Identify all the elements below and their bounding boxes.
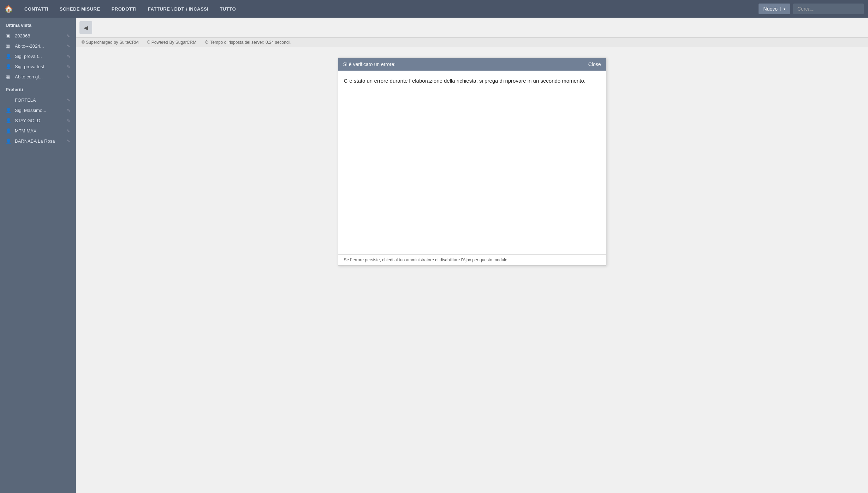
sidebar-item-sig-prova-test[interactable]: 👤 Sig. prova test ✎ xyxy=(0,61,76,72)
content-area: ◀ © Supercharged by SuiteCRM © Powered B… xyxy=(76,18,868,493)
sidebar-item-label: Sig. Massimo... xyxy=(15,108,65,113)
nav-schede-misure[interactable]: SCHEDE MISURE xyxy=(54,0,106,18)
error-dialog-footer-text: Se l´errore persiste, chiedi al tuo ammi… xyxy=(344,257,507,262)
person-icon: 👤 xyxy=(6,128,12,133)
nav-contatti[interactable]: CONTATTI xyxy=(19,0,54,18)
sidebar-item-abito-con-gi[interactable]: ▦ Abito con gi... ✎ xyxy=(0,72,76,82)
edit-icon[interactable]: ✎ xyxy=(67,139,70,144)
home-button[interactable]: 🏠 xyxy=(4,5,13,13)
preferiti-title: Preferiti xyxy=(0,82,76,95)
search-input[interactable] xyxy=(793,4,864,14)
edit-icon[interactable]: ✎ xyxy=(67,108,70,113)
sidebar-item-label: STAY GOLD xyxy=(15,118,65,123)
edit-icon[interactable]: ✎ xyxy=(67,98,70,103)
edit-icon[interactable]: ✎ xyxy=(67,44,70,49)
sidebar-item-fortela[interactable]: FORTELA ✎ xyxy=(0,95,76,105)
footer-powered: © Powered By SugarCRM xyxy=(147,40,197,45)
sidebar: Ultima vista ▣ 202868 ✎ ▦ Abito---2024..… xyxy=(0,18,76,493)
sidebar-item-label: Sig. prova t... xyxy=(15,54,65,59)
nav-fatture[interactable]: FATTURE \ DDT \ INCASSI xyxy=(142,0,214,18)
sidebar-item-stay-gold[interactable]: 👤 STAY GOLD ✎ xyxy=(0,115,76,126)
edit-icon[interactable]: ✎ xyxy=(67,54,70,59)
sidebar-item-abito-2024[interactable]: ▦ Abito---2024... ✎ xyxy=(0,41,76,51)
sidebar-item-label: MTM MAX xyxy=(15,128,65,133)
sidebar-item-label: FORTELA xyxy=(15,97,65,103)
chart-icon: ▦ xyxy=(6,43,12,49)
document-icon: ▣ xyxy=(6,33,12,38)
chevron-left-icon: ◀ xyxy=(84,24,88,31)
sidebar-item-label: 202868 xyxy=(15,33,65,38)
sidebar-toggle-button[interactable]: ◀ xyxy=(79,21,92,34)
main-layout: Ultima vista ▣ 202868 ✎ ▦ Abito---2024..… xyxy=(0,18,868,493)
topnav-right: Nuovo ▾ xyxy=(759,4,864,14)
dropdown-arrow-icon[interactable]: ▾ xyxy=(780,7,785,11)
sidebar-item-label: Abito con gi... xyxy=(15,74,65,79)
top-row: ◀ xyxy=(76,18,868,37)
sidebar-item-sig-massimo[interactable]: 👤 Sig. Massimo... ✎ xyxy=(0,105,76,115)
error-dialog-body: C´è stato un errore durante l´elaborazio… xyxy=(338,71,606,254)
chart-icon: ▦ xyxy=(6,74,12,79)
error-dialog-message: C´è stato un errore durante l´elaborazio… xyxy=(344,78,600,84)
sidebar-item-barnaba[interactable]: 👤 BARNABA La Rosa ✎ xyxy=(0,136,76,146)
footer-bar: © Supercharged by SuiteCRM © Powered By … xyxy=(76,37,868,47)
error-dialog-header: Si è verificato un errore: Close xyxy=(338,58,606,71)
top-nav: 🏠 CONTATTI SCHEDE MISURE PRODOTTI FATTUR… xyxy=(0,0,868,18)
edit-icon[interactable]: ✎ xyxy=(67,64,70,69)
footer-supercharged: © Supercharged by SuiteCRM xyxy=(82,40,139,45)
person-icon: 👤 xyxy=(6,54,12,59)
footer-server-time: ⏱ Tempo di risposta del server: 0.24 sec… xyxy=(205,40,291,45)
nav-tutto[interactable]: TUTTO xyxy=(214,0,242,18)
sidebar-item-label: Abito---2024... xyxy=(15,43,65,49)
edit-icon[interactable]: ✎ xyxy=(67,129,70,133)
sidebar-item-label: Sig. prova test xyxy=(15,64,65,69)
error-dialog-close-button[interactable]: Close xyxy=(588,61,601,67)
sidebar-item-label: BARNABA La Rosa xyxy=(15,138,65,144)
person-icon: 👤 xyxy=(6,64,12,69)
person-icon: 👤 xyxy=(6,138,12,144)
nuovo-button[interactable]: Nuovo ▾ xyxy=(759,4,790,14)
ultima-vista-title: Ultima vista xyxy=(0,18,76,31)
person-icon: 👤 xyxy=(6,118,12,123)
person-icon: 👤 xyxy=(6,108,12,113)
error-dialog-footer: Se l´errore persiste, chiedi al tuo ammi… xyxy=(338,254,606,265)
sidebar-item-mtm-max[interactable]: 👤 MTM MAX ✎ xyxy=(0,126,76,136)
edit-icon[interactable]: ✎ xyxy=(67,34,70,38)
edit-icon[interactable]: ✎ xyxy=(67,75,70,79)
error-dialog-title: Si è verificato un errore: xyxy=(343,61,396,67)
error-dialog: Si è verificato un errore: Close C´è sta… xyxy=(338,58,606,266)
nav-prodotti[interactable]: PRODOTTI xyxy=(106,0,142,18)
sidebar-item-202868[interactable]: ▣ 202868 ✎ xyxy=(0,31,76,41)
home-icon: 🏠 xyxy=(4,5,13,13)
sidebar-item-sig-prova-t[interactable]: 👤 Sig. prova t... ✎ xyxy=(0,51,76,61)
edit-icon[interactable]: ✎ xyxy=(67,118,70,123)
